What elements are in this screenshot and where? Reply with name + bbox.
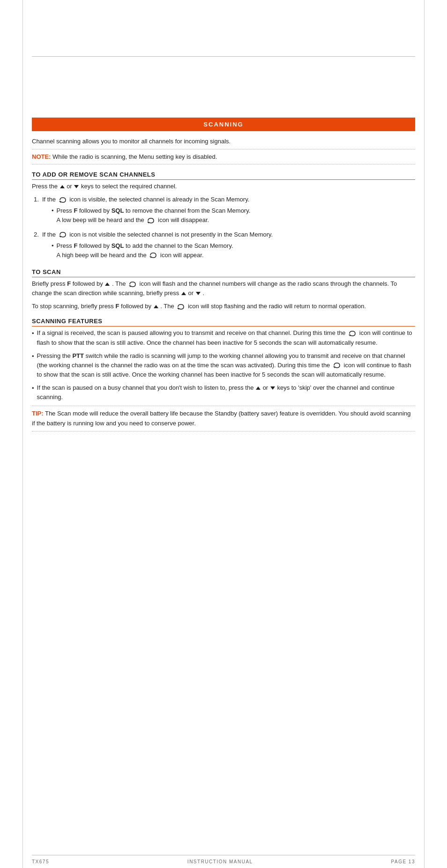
scan-icon-2a — [58, 231, 67, 238]
arrow-up-icon — [60, 185, 65, 188]
section-title: SCANNING — [203, 121, 243, 128]
content-area: SCANNING Channel scanning allows you to … — [32, 57, 415, 855]
subheading-scanning-features: SCANNING FEATURES — [32, 318, 415, 326]
section-header: SCANNING — [32, 118, 415, 131]
subheading-add-remove: TO ADD OR REMOVE SCAN CHANNELS — [32, 171, 415, 180]
note-text: NOTE: While the radio is scanning, the M… — [32, 152, 415, 162]
arrow-up-icon-3 — [181, 292, 186, 295]
scan-icon-3a — [128, 281, 137, 288]
footer: TX675 INSTRUCTION MANUAL PAGE 13 — [32, 855, 415, 868]
arrow-up-icon-2 — [105, 282, 110, 286]
page: SCANNING Channel scanning allows you to … — [0, 0, 447, 868]
arrow-down-icon-3 — [270, 386, 275, 390]
dotted-sep-2 — [32, 164, 415, 164]
scan-icon-1b — [146, 217, 156, 224]
border-right — [424, 0, 425, 868]
tip-label: TIP: — [32, 410, 44, 417]
dotted-sep-1 — [32, 149, 415, 149]
sub-bullet-1a: • Press F followed by SQL to remove the … — [52, 206, 415, 225]
footer-left: TX675 — [32, 859, 49, 864]
note-body: While the radio is scanning, the Menu se… — [51, 153, 217, 160]
note-label: NOTE: — [32, 153, 51, 160]
numbered-item-1: 1. If the icon is visible, the selected … — [34, 195, 415, 227]
intro-text: Channel scanning allows you to monitor a… — [32, 137, 415, 146]
scan-icon-1a — [58, 197, 67, 203]
dotted-sep-4 — [32, 431, 415, 431]
numbered-item-2: 2. If the icon is not visible the select… — [34, 230, 415, 262]
scan-icon-3b — [176, 304, 186, 310]
scan-icon-4b — [332, 362, 342, 369]
sub-bullet-2a: • Press F followed by SQL to add the cha… — [52, 241, 415, 260]
border-left — [22, 0, 23, 868]
arrow-up-icon-4 — [154, 305, 158, 308]
or-text: or — [263, 384, 270, 391]
arrow-up-icon-5 — [256, 386, 261, 390]
dotted-sep-3 — [32, 406, 415, 406]
subheading-to-scan: TO SCAN — [32, 268, 415, 277]
tip-body: The Scan mode will reduce the overall ba… — [32, 410, 410, 426]
footer-right: PAGE 13 — [391, 859, 415, 864]
feature-bullet-3: • If the scan is paused on a busy channe… — [32, 383, 415, 402]
feature-bullet-1: • If a signal is received, the scan is p… — [32, 328, 415, 347]
scan-icon-2b — [149, 252, 158, 259]
tip-text: TIP: The Scan mode will reduce the overa… — [32, 409, 415, 428]
scan-icon-4a — [348, 330, 357, 337]
arrow-down-icon — [74, 185, 79, 188]
arrow-down-icon-2 — [196, 292, 201, 295]
numbered-list-1: 1. If the icon is visible, the selected … — [34, 195, 415, 262]
to-scan-para2: To stop scanning, briefly press F follow… — [32, 302, 415, 311]
feature-bullet-2: • Pressing the PTT switch while the radi… — [32, 351, 415, 379]
add-remove-intro: Press the or keys to select the required… — [32, 182, 415, 191]
footer-center: INSTRUCTION MANUAL — [187, 859, 253, 864]
to-scan-para1: Briefly press F followed by . The icon w… — [32, 279, 415, 298]
